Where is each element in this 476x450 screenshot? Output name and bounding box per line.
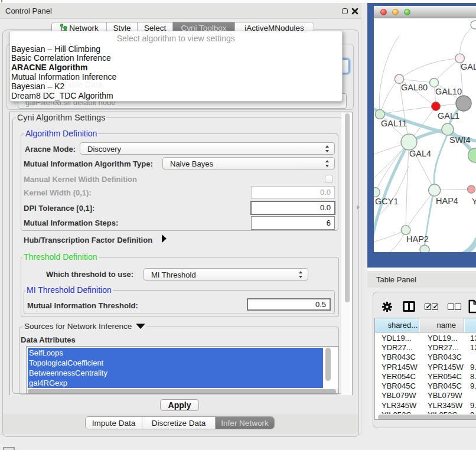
- svg-text:Y: Y: [472, 197, 476, 206]
- svg-text:GAL4: GAL4: [409, 149, 431, 158]
- svg-text:SWI4: SWI4: [449, 135, 470, 145]
- svg-text:HAP2: HAP2: [406, 234, 429, 244]
- svg-text:GAL1: GAL1: [438, 111, 459, 120]
- svg-text:GAL10: GAL10: [435, 87, 462, 96]
- svg-text:HAP4: HAP4: [436, 196, 458, 206]
- svg-text:GCY1: GCY1: [375, 197, 399, 206]
- svg-text:GAL11: GAL11: [381, 119, 407, 128]
- svg-text:GAL80: GAL80: [401, 83, 428, 92]
- svg-text:GAL: GAL: [461, 62, 476, 71]
